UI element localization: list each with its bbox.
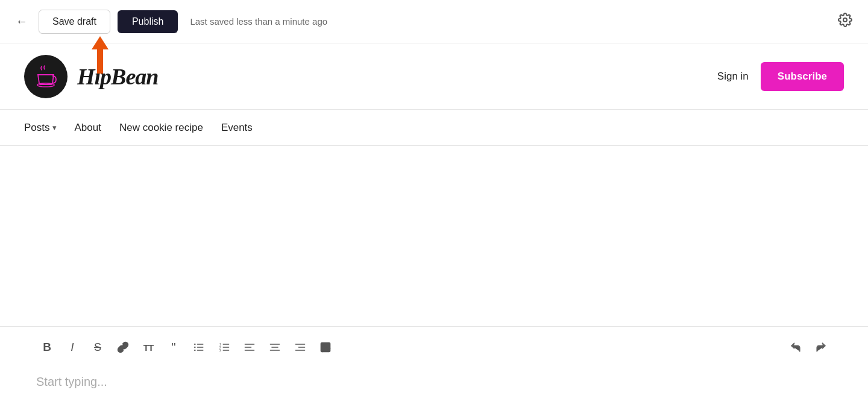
nav-cookie-label: New cookie recipe [119,122,203,134]
bold-button[interactable]: B [36,336,58,358]
strikethrough-button[interactable]: S [87,336,108,358]
svg-point-5 [194,344,196,345]
nav-events-label: Events [221,122,253,134]
link-button[interactable] [112,336,134,358]
back-button[interactable]: ← [12,11,31,32]
last-saved-text: Last saved less than a minute ago [190,16,327,27]
nav-item-posts[interactable]: Posts ▾ [24,122,57,134]
site-logo [24,55,68,98]
publish-button[interactable]: Publish [118,10,178,33]
unordered-list-button[interactable] [188,336,210,358]
link-icon [117,341,129,353]
editor-toolbar: B I S TT " [0,326,868,368]
image-button[interactable] [315,336,336,358]
align-right-icon [294,341,306,353]
align-right-button[interactable] [289,336,311,358]
align-center-button[interactable] [264,336,286,358]
save-draft-button[interactable]: Save draft [39,10,110,34]
svg-text:3: 3 [219,348,221,352]
site-logo-area: HipBean [24,55,158,98]
toolbar-left: ← Save draft Publish Last saved less tha… [12,10,327,34]
site-nav: Posts ▾ About New cookie recipe Events [0,110,868,146]
undo-redo-group [785,336,832,358]
quote-button[interactable]: " [163,336,184,358]
nav-item-cookie-recipe[interactable]: New cookie recipe [119,122,203,134]
undo-icon [790,341,802,353]
nav-item-events[interactable]: Events [221,122,253,134]
strikethrough-icon: S [94,341,101,354]
unordered-list-icon [193,341,205,353]
redo-button[interactable] [810,336,832,358]
align-center-icon [269,341,281,353]
nav-item-about[interactable]: About [75,122,101,134]
site-header-right: Sign in Subscribe [717,62,844,91]
content-area[interactable] [0,146,868,236]
toolbar-right [834,9,856,34]
coffee-cup-icon [33,64,58,89]
svg-point-6 [194,347,196,348]
align-left-icon [244,341,256,353]
subscribe-button[interactable]: Subscribe [761,62,844,91]
italic-button[interactable]: I [61,336,83,358]
italic-icon: I [71,341,74,354]
gear-icon [838,13,852,27]
editor-placeholder: Start typing... [36,375,107,388]
svg-point-7 [194,350,196,351]
settings-button[interactable] [834,9,856,34]
bold-icon: B [43,341,51,354]
ordered-list-button[interactable]: 1 2 3 [213,336,235,358]
main-layout: HipBean Sign in Subscribe Posts ▾ About … [0,43,868,419]
svg-point-1 [37,83,54,87]
svg-point-24 [323,345,325,347]
image-icon [319,341,332,353]
svg-point-0 [843,18,847,22]
chevron-down-icon: ▾ [52,123,57,132]
site-header: HipBean Sign in Subscribe [0,43,868,110]
heading-button[interactable]: TT [137,336,159,358]
undo-button[interactable] [785,336,807,358]
sign-in-button[interactable]: Sign in [717,71,749,83]
redo-icon [815,341,827,353]
editor-input-area[interactable]: Start typing... [0,370,868,401]
site-name: HipBean [77,63,158,90]
align-left-button[interactable] [239,336,260,358]
top-toolbar: ← Save draft Publish Last saved less tha… [0,0,868,43]
nav-about-label: About [75,122,101,134]
ordered-list-icon: 1 2 3 [218,341,230,353]
nav-posts-label: Posts [24,122,50,134]
